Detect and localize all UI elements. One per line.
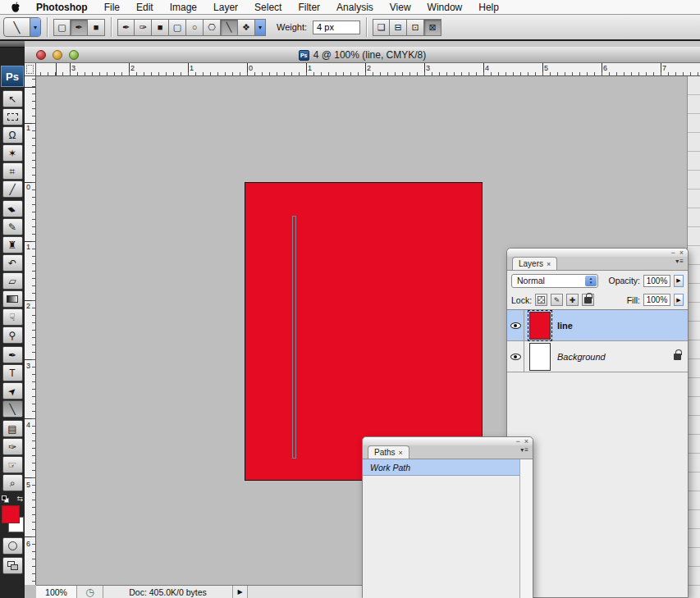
- add-to-path-area-button[interactable]: ❏: [373, 19, 390, 36]
- smudge-tool[interactable]: ☟: [2, 308, 23, 326]
- stepper-icon[interactable]: ▲▼: [585, 276, 597, 286]
- notes-tool[interactable]: ▤: [2, 420, 23, 437]
- menu-analysis[interactable]: Analysis: [328, 0, 382, 14]
- eyedropper-tool[interactable]: ✑: [2, 438, 23, 455]
- fill-pixels-button[interactable]: ■: [88, 19, 105, 36]
- tab-close-icon[interactable]: ×: [547, 260, 551, 268]
- hand-tool[interactable]: ☞: [2, 456, 23, 473]
- lock-position-button[interactable]: ✚: [566, 294, 579, 306]
- shape-layers-button[interactable]: ▢: [53, 19, 71, 36]
- blend-mode-select[interactable]: Normal ▲▼: [511, 274, 598, 288]
- layer-thumbnail[interactable]: [529, 343, 551, 371]
- line-work-path[interactable]: [292, 216, 296, 459]
- gradient-tool[interactable]: [2, 290, 23, 308]
- tab-close-icon[interactable]: ×: [399, 449, 403, 457]
- lasso-tool[interactable]: Ω: [2, 126, 23, 144]
- rectangular-marquee-tool[interactable]: [2, 108, 23, 126]
- palette-grip[interactable]: [0, 41, 25, 48]
- minimize-button[interactable]: [53, 50, 62, 60]
- menu-layer[interactable]: Layer: [205, 0, 246, 14]
- paths-panel-titlebar[interactable]: − ×: [363, 437, 533, 445]
- subtract-from-path-area-button[interactable]: ⊟: [390, 19, 407, 36]
- layer-thumbnail[interactable]: [529, 312, 551, 340]
- tab-layers[interactable]: Layers ×: [512, 257, 557, 270]
- layer-visibility-toggle[interactable]: [507, 310, 524, 340]
- opacity-field[interactable]: 100%: [643, 275, 670, 287]
- menu-file[interactable]: File: [96, 0, 128, 14]
- opacity-slider-arrow[interactable]: ▶: [674, 275, 684, 287]
- foreground-color-swatch[interactable]: [2, 505, 20, 523]
- layer-visibility-toggle[interactable]: [507, 341, 524, 372]
- panel-close-icon[interactable]: ×: [679, 249, 684, 257]
- dodge-tool[interactable]: ⚲: [2, 326, 23, 344]
- panel-menu-icon[interactable]: ▾≡: [675, 258, 684, 265]
- menu-photoshop[interactable]: Photoshop: [28, 0, 96, 14]
- paths-scrollbar[interactable]: [519, 459, 533, 598]
- custom-shape-tool-button[interactable]: ❖: [238, 19, 255, 36]
- shape-options-arrow[interactable]: ▾: [255, 19, 266, 36]
- chevron-down-icon[interactable]: ▾: [30, 18, 40, 36]
- layer-row-background[interactable]: Background: [507, 341, 688, 372]
- lock-all-button[interactable]: [582, 294, 594, 306]
- menu-window[interactable]: Window: [419, 0, 471, 14]
- status-menu-arrow[interactable]: ▶: [233, 586, 248, 598]
- layers-panel-titlebar[interactable]: − ×: [507, 249, 688, 257]
- menu-help[interactable]: Help: [470, 0, 507, 14]
- panel-close-icon[interactable]: ×: [524, 438, 528, 445]
- slice-tool[interactable]: ╱: [2, 180, 23, 198]
- menu-view[interactable]: View: [382, 0, 419, 14]
- layer-name[interactable]: Background: [557, 352, 606, 362]
- spot-healing-brush-tool[interactable]: ▰: [2, 200, 23, 217]
- lock-image-button[interactable]: ✎: [551, 294, 563, 306]
- magic-wand-tool[interactable]: ✶: [2, 144, 23, 162]
- pen-tool-button[interactable]: ✒: [117, 19, 135, 36]
- ellipse-tool-button[interactable]: ○: [186, 19, 204, 36]
- weight-input[interactable]: [313, 21, 360, 34]
- clone-stamp-tool[interactable]: ♜: [2, 236, 23, 253]
- horizontal-ruler[interactable]: 3 2 1 0 1 2 3 4 5 6 7: [36, 63, 700, 76]
- menu-image[interactable]: Image: [162, 0, 205, 14]
- freeform-pen-button[interactable]: ✑: [135, 19, 152, 36]
- crop-tool[interactable]: ⌗: [2, 162, 23, 180]
- type-tool[interactable]: T: [2, 364, 23, 381]
- rectangle-tool-button[interactable]: ■: [152, 19, 169, 36]
- line-tool-button[interactable]: ╲: [221, 19, 238, 36]
- screen-mode-button[interactable]: [2, 557, 23, 574]
- exclude-overlapping-path-areas-button[interactable]: ⊠: [424, 19, 442, 36]
- layer-row-line[interactable]: line: [507, 310, 688, 341]
- menu-edit[interactable]: Edit: [128, 0, 162, 14]
- path-selection-tool[interactable]: ➤: [2, 382, 23, 399]
- paths-mode-button[interactable]: ✒: [71, 19, 88, 36]
- swap-colors-icon[interactable]: ⇆: [16, 495, 23, 503]
- move-tool[interactable]: ↖: [2, 90, 23, 107]
- history-brush-tool[interactable]: ↶: [2, 254, 23, 272]
- rounded-rectangle-tool-button[interactable]: ▢: [169, 19, 186, 36]
- line-tool[interactable]: ╲: [2, 400, 23, 418]
- lock-transparency-button[interactable]: [535, 294, 547, 306]
- brush-tool[interactable]: ✎: [2, 218, 23, 235]
- default-colors-icon[interactable]: [2, 495, 9, 503]
- intersect-path-areas-button[interactable]: ⊡: [407, 19, 424, 36]
- document-title-bar[interactable]: Ps 4 @ 100% (line, CMYK/8): [25, 47, 700, 63]
- path-row-work-path[interactable]: Work Path: [363, 459, 521, 476]
- zoom-window-button[interactable]: [69, 50, 79, 60]
- menu-select[interactable]: Select: [246, 0, 290, 14]
- eraser-tool[interactable]: ▱: [2, 272, 23, 290]
- menu-filter[interactable]: Filter: [290, 0, 328, 14]
- fill-field[interactable]: 100%: [643, 294, 670, 306]
- apple-icon[interactable]: [0, 2, 28, 13]
- tool-preset-picker[interactable]: ╲ ▾: [3, 17, 41, 37]
- vertical-ruler[interactable]: 1 0 1 2 3 4 5 6: [25, 76, 36, 585]
- zoom-tool[interactable]: ⌕: [2, 474, 23, 491]
- close-button[interactable]: [36, 50, 46, 60]
- layer-name[interactable]: line: [557, 321, 573, 331]
- polygon-tool-button[interactable]: ⎔: [204, 19, 221, 36]
- panel-minimize-icon[interactable]: −: [670, 249, 675, 257]
- pen-tool[interactable]: ✒: [2, 346, 23, 363]
- panel-minimize-icon[interactable]: −: [515, 438, 519, 445]
- ruler-origin[interactable]: [25, 63, 36, 76]
- tab-paths[interactable]: Paths ×: [368, 445, 409, 459]
- zoom-level-field[interactable]: 100%: [36, 586, 77, 598]
- fill-slider-arrow[interactable]: ▶: [674, 294, 684, 306]
- quick-mask-button[interactable]: [2, 537, 23, 555]
